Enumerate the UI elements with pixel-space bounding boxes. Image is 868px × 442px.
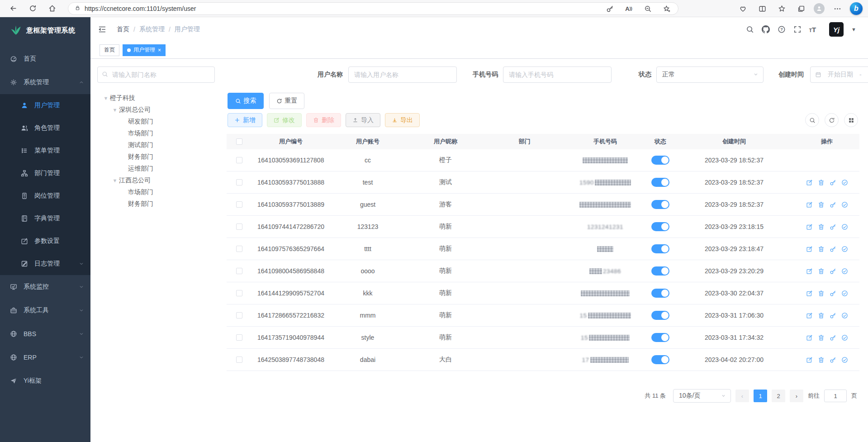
browser-profile-avatar[interactable] [814,3,825,14]
tree-node[interactable]: 市场部门 [97,128,224,139]
status-toggle[interactable] [651,244,669,253]
row-checkbox[interactable] [236,356,242,363]
row-edit-icon[interactable] [806,179,813,186]
browser-home-icon[interactable] [45,2,59,15]
sidebar-item-system-mgmt[interactable]: 系统管理 [0,71,90,94]
caret-down-icon[interactable]: ▼ [111,178,119,183]
row-assign-role-icon[interactable] [841,223,848,230]
row-reset-password-icon[interactable] [830,201,836,208]
row-assign-role-icon[interactable] [841,246,848,252]
row-edit-icon[interactable] [806,223,813,230]
tab-home[interactable]: 首页 [100,44,119,56]
username-input[interactable] [348,67,457,83]
github-icon[interactable] [762,25,770,33]
sidebar-item-dict-mgmt[interactable]: 字典管理 [0,207,90,230]
row-edit-icon[interactable] [806,290,813,297]
status-select[interactable]: 正常 [656,67,764,83]
status-toggle[interactable] [651,355,669,364]
zoom-out-icon[interactable] [641,2,655,15]
select-all-checkbox[interactable] [236,138,242,145]
row-assign-role-icon[interactable] [841,312,848,319]
row-reset-password-icon[interactable] [830,223,836,230]
date-range-picker[interactable]: 开始日期 - 结束日期 [810,67,868,83]
read-aloud-icon[interactable]: A)) [622,2,636,15]
row-reset-password-icon[interactable] [830,356,836,363]
sidebar-item-param-settings[interactable]: 参数设置 [0,230,90,252]
status-toggle[interactable] [651,311,669,320]
tab-close-icon[interactable]: × [158,48,161,53]
dept-search-input[interactable] [97,67,215,83]
row-edit-icon[interactable] [806,268,813,275]
row-assign-role-icon[interactable] [841,179,848,186]
row-assign-role-icon[interactable] [841,268,848,275]
sidebar-item-home[interactable]: 首页 [0,47,90,71]
row-assign-role-icon[interactable] [841,201,848,208]
add-favorite-star-icon[interactable] [660,2,674,15]
tree-node[interactable]: 市场部门 [97,186,224,198]
app-logo[interactable]: 意框架管理系统 [0,17,90,43]
row-delete-icon[interactable] [818,334,825,341]
breadcrumb-system[interactable]: 系统管理 [139,25,165,33]
add-button[interactable]: 新增 [228,113,262,127]
next-page-button[interactable]: › [790,390,803,402]
tree-node[interactable]: 研发部门 [97,116,224,128]
status-toggle[interactable] [651,156,669,165]
row-checkbox[interactable] [236,312,242,318]
search-button[interactable]: 搜索 [228,93,264,109]
column-settings-icon[interactable] [844,113,858,127]
split-screen-icon[interactable] [755,2,769,15]
prev-page-button[interactable]: ‹ [735,390,749,402]
row-assign-role-icon[interactable] [841,356,848,363]
row-delete-icon[interactable] [818,312,825,319]
row-checkbox[interactable] [236,157,242,163]
row-edit-icon[interactable] [806,312,813,319]
status-toggle[interactable] [651,178,669,187]
row-assign-role-icon[interactable] [841,290,848,297]
row-checkbox[interactable] [236,179,242,185]
row-checkbox[interactable] [236,223,242,230]
header-search-icon[interactable] [746,25,754,33]
tree-node[interactable]: ▼江西总公司 [97,175,224,186]
row-checkbox[interactable] [236,268,242,274]
row-edit-icon[interactable] [806,334,813,341]
row-delete-icon[interactable] [818,201,825,208]
sidebar-item-post-mgmt[interactable]: 岗位管理 [0,185,90,207]
import-button[interactable]: 导入 [346,113,380,127]
status-toggle[interactable] [651,333,669,342]
reset-button[interactable]: 重置 [269,93,304,109]
browser-refresh-icon[interactable] [26,2,39,15]
tree-node[interactable]: 财务部门 [97,198,224,210]
page-button-1[interactable]: 1 [754,390,767,402]
row-delete-icon[interactable] [818,246,825,252]
row-reset-password-icon[interactable] [830,290,836,297]
browser-essentials-icon[interactable] [736,2,749,15]
tree-node[interactable]: 运维部门 [97,163,224,175]
row-delete-icon[interactable] [818,223,825,230]
password-key-icon[interactable] [603,2,617,15]
bing-icon[interactable]: b [850,2,863,15]
row-assign-role-icon[interactable] [841,334,848,341]
sidebar-item-role-mgmt[interactable]: 角色管理 [0,117,90,139]
user-avatar[interactable]: Yj [829,22,844,37]
row-reset-password-icon[interactable] [830,268,836,275]
browser-back-icon[interactable] [6,2,20,15]
address-bar[interactable]: https://ccnetcore.com:1101/system/user A… [68,2,678,15]
sidebar-item-erp[interactable]: ERP [0,346,90,369]
row-checkbox[interactable] [236,201,242,208]
sidebar-item-yi-framework[interactable]: Yi框架 [0,369,90,393]
help-icon[interactable]: ? [778,25,786,33]
sidebar-item-dept-mgmt[interactable]: 部门管理 [0,162,90,185]
row-delete-icon[interactable] [818,290,825,297]
row-checkbox[interactable] [236,334,242,341]
breadcrumb-home[interactable]: 首页 [117,25,129,33]
sidebar-item-menu-mgmt[interactable]: 菜单管理 [0,139,90,162]
tree-node[interactable]: 测试部门 [97,139,224,151]
sidebar-item-system-monitor[interactable]: 系统监控 [0,275,90,299]
collections-icon[interactable] [794,2,808,15]
row-delete-icon[interactable] [818,268,825,275]
row-checkbox[interactable] [236,290,242,296]
edit-button[interactable]: 修改 [267,113,302,127]
row-edit-icon[interactable] [806,246,813,252]
delete-button[interactable]: 删除 [306,113,341,127]
tree-node[interactable]: ▼深圳总公司 [97,104,224,116]
